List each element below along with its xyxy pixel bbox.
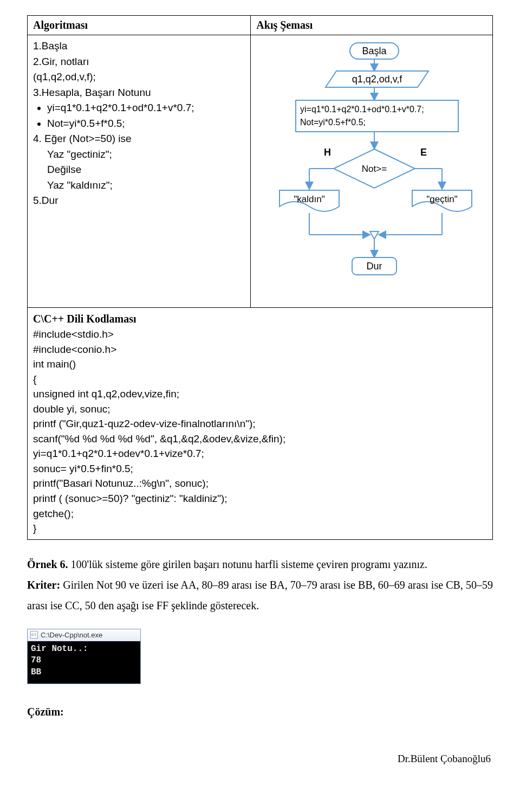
- cozum-label: Çözüm:: [27, 706, 493, 718]
- code-line: #include<conio.h>: [33, 342, 487, 357]
- algo-line: 4. Eğer (Not>=50) ise: [33, 131, 245, 147]
- exe-title-text: C:\Dev-Cpp\not.exe: [41, 631, 102, 639]
- svg-marker-15: [370, 231, 379, 239]
- flow-proc2: Not=yi*0.5+f*0.5;: [300, 118, 366, 127]
- flowchart-svg: Başla q1,q2,od,v,f yi=q1*0.1+q2*0.1+od*0…: [258, 38, 485, 304]
- flowchart-cell: Başla q1,q2,od,v,f yi=q1*0.1+q2*0.1+od*0…: [251, 35, 493, 308]
- code-line: double yi, sonuc;: [33, 402, 487, 417]
- code-title: C\C++ Dili Kodlaması: [33, 311, 487, 327]
- kriter-label: Kriter:: [27, 579, 60, 591]
- code-line: printf ("Gir,quz1-quz2-odev-vize-finalno…: [33, 416, 487, 431]
- algo-bullet: yi=q1*0.1+q2*0.1+od*0.1+v*0.7;: [47, 100, 245, 116]
- exe-output: Gir Notu..: 78 BB: [28, 641, 140, 684]
- body-paragraph: Örnek 6. 100'lük sisteme göre girilen ba…: [27, 554, 493, 616]
- flow-end: Dur: [367, 261, 382, 272]
- code-line: {: [33, 372, 487, 387]
- flow-label-h: H: [324, 147, 331, 158]
- code-cell: C\C++ Dili Kodlaması #include<stdio.h> #…: [28, 308, 493, 540]
- flow-input: q1,q2,od,v,f: [352, 74, 403, 85]
- header-flow: Akış Şeması: [251, 16, 493, 35]
- main-table: Algoritması Akış Şeması 1.Başla 2.Gir, n…: [27, 15, 493, 540]
- header-algo: Algoritması: [28, 16, 251, 35]
- page-footer: Dr.Bülent Çobanoğlu6: [27, 753, 493, 770]
- algo-line: 5.Dur: [33, 193, 245, 209]
- code-line: unsigned int q1,q2,odev,vize,fin;: [33, 386, 487, 402]
- exe-icon: [30, 631, 38, 639]
- ornek-text: 100'lük sisteme göre girilen başarı notu…: [68, 558, 427, 570]
- algo-sub: Değilse: [47, 162, 245, 178]
- algo-bullet: Not=yi*0.5+f*0.5;: [47, 116, 245, 132]
- algo-sub: Yaz "kaldınız";: [47, 178, 245, 194]
- algo-line: (q1,q2,od,v,f);: [33, 69, 245, 85]
- algorithm-cell: 1.Başla 2.Gir, notları (q1,q2,od,v,f); 3…: [28, 35, 251, 308]
- ornek-label: Örnek 6.: [27, 558, 68, 570]
- code-line: sonuc= yi*0.5+fin*0.5;: [33, 461, 487, 476]
- code-line: #include<stdio.h>: [33, 327, 487, 342]
- flow-proc1: yi=q1*0.1+q2*0.1+od*0.1+v*0.7;: [300, 105, 424, 114]
- code-line: printf("Basari Notunuz..:%g\n", sonuc);: [33, 476, 487, 491]
- flow-start: Başla: [362, 46, 387, 56]
- code-line: }: [33, 521, 487, 536]
- flow-cond: Not>=: [362, 164, 387, 174]
- kriter-text: Girilen Not 90 ve üzeri ise AA, 80–89 ar…: [27, 579, 493, 611]
- flow-out-right: "geçtin": [426, 194, 457, 204]
- code-line: getche();: [33, 506, 487, 521]
- algo-sub: Yaz "gectiniz";: [47, 147, 245, 163]
- code-line: scanf("%d %d %d %d %d", &q1,&q2,&odev,&v…: [33, 431, 487, 447]
- exe-window: C:\Dev-Cpp\not.exe Gir Notu..: 78 BB: [27, 629, 141, 685]
- code-line: printf ( (sonuc>=50)? "gectiniz": "kaldi…: [33, 491, 487, 506]
- code-line: int main(): [33, 357, 487, 372]
- exe-titlebar: C:\Dev-Cpp\not.exe: [28, 629, 140, 641]
- algo-line: 2.Gir, notları: [33, 54, 245, 70]
- algo-line: 3.Hesapla, Başarı Notunu: [33, 85, 245, 101]
- code-line: yi=q1*0.1+q2*0.1+odev*0.1+vize*0.7;: [33, 446, 487, 461]
- flow-out-left: "kaldın": [294, 194, 324, 204]
- algo-line: 1.Başla: [33, 38, 245, 54]
- flow-label-e: E: [420, 147, 427, 158]
